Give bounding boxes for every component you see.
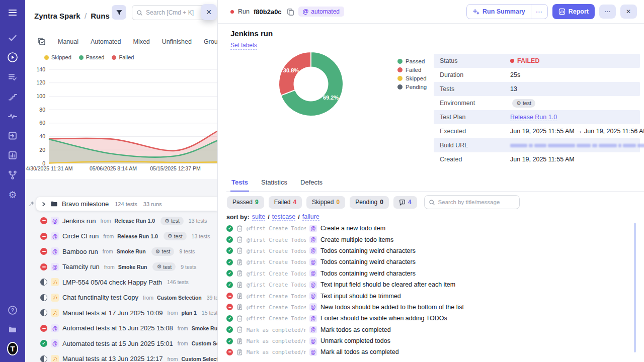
search-input[interactable] bbox=[146, 9, 202, 16]
tests-search[interactable] bbox=[424, 195, 520, 209]
menu-icon[interactable] bbox=[7, 7, 18, 18]
run-row[interactable]: @Teamcity runfromSmoke Run⚙test9 tests bbox=[25, 259, 217, 275]
run-row[interactable]: @Circle CI runfromRelease Run 1.0⚙test13… bbox=[25, 229, 217, 244]
test-suite[interactable]: @first Create Todos... bbox=[247, 304, 306, 310]
check-icon[interactable] bbox=[7, 32, 18, 43]
failed-status-icon bbox=[226, 293, 233, 299]
run-row[interactable]: @Automated tests at 15 Jun 2025 15:01fro… bbox=[25, 336, 217, 351]
git-branch-icon[interactable] bbox=[7, 169, 18, 180]
test-title[interactable]: Text input should be trimmed bbox=[320, 293, 401, 300]
import-icon[interactable] bbox=[7, 130, 18, 141]
filter-pill-skipped[interactable]: Skipped0 bbox=[306, 196, 345, 209]
steps-icon[interactable] bbox=[7, 91, 18, 102]
test-row[interactable]: Mark as completed/n...@Mark todos as com… bbox=[226, 324, 632, 335]
test-row[interactable]: @first Create Todos...@Todos containing … bbox=[226, 256, 632, 267]
test-title[interactable]: Footer should be visible when adding TOD… bbox=[320, 315, 447, 322]
search-icon bbox=[136, 10, 143, 16]
test-suite[interactable]: @first Create Todos... bbox=[247, 293, 306, 299]
test-suite[interactable]: @first Create Todos... bbox=[247, 237, 306, 243]
test-title[interactable]: Create multiple todo items bbox=[320, 236, 393, 243]
test-title[interactable]: Create a new todo item bbox=[320, 225, 385, 232]
test-suite[interactable]: @first Create Todos... bbox=[247, 315, 306, 321]
test-title[interactable]: Todos containing weird characters bbox=[320, 247, 416, 254]
select-all-icon[interactable] bbox=[37, 37, 46, 46]
test-title[interactable]: Mark all todos as completed bbox=[320, 348, 399, 355]
filter-pill-comments[interactable]: 4 bbox=[393, 196, 417, 209]
run-row[interactable]: Chat functinality test CopyfromCustom Se… bbox=[25, 290, 217, 306]
test-row[interactable]: @first Create Todos...@Text input should… bbox=[226, 290, 632, 301]
group-runs-count: 33 runs bbox=[143, 201, 162, 207]
test-title[interactable]: Text input field should be cleared after… bbox=[320, 281, 455, 288]
folders-icon[interactable] bbox=[7, 324, 18, 335]
run-group-row[interactable]: Bravo milestone 124 tests 33 runs bbox=[36, 197, 217, 211]
filter-pill-passed[interactable]: Passed9 bbox=[227, 196, 264, 209]
close-detail-button[interactable]: ✕ bbox=[620, 5, 637, 19]
test-suite[interactable]: @first Create Todos... bbox=[247, 248, 306, 254]
tab-tests[interactable]: Tests bbox=[230, 176, 249, 192]
copy-icon[interactable] bbox=[287, 8, 294, 16]
report-button[interactable]: Report bbox=[552, 4, 595, 19]
test-suite[interactable]: Mark as completed/n... bbox=[247, 349, 306, 355]
runs-tab-mixed[interactable]: Mixed bbox=[133, 38, 149, 45]
test-suite[interactable]: @first Create Todos... bbox=[247, 225, 306, 231]
run-summary-more[interactable]: ⋯ bbox=[531, 5, 547, 19]
automated-badge[interactable]: @ automated bbox=[298, 7, 344, 17]
run-row[interactable]: @Jenkins runfromRelease Run 1.0⚙test13 t… bbox=[25, 213, 217, 229]
chevron-right-icon[interactable] bbox=[41, 202, 46, 207]
play-circle-icon[interactable] bbox=[7, 52, 18, 63]
panel-close-button[interactable]: ✕ bbox=[201, 4, 217, 20]
test-suite[interactable]: Mark as completed/n... bbox=[247, 338, 306, 344]
tests-search-input[interactable] bbox=[438, 199, 515, 205]
test-suite[interactable]: Mark as completed/n... bbox=[247, 327, 306, 333]
more-actions-button[interactable]: ⋯ bbox=[599, 5, 616, 19]
tests-scrollbar[interactable] bbox=[634, 223, 636, 352]
test-title[interactable]: Mark todos as completed bbox=[320, 326, 391, 333]
gear-icon[interactable]: ⚙ bbox=[7, 189, 18, 200]
test-row[interactable]: Mark as completed/n...@Mark all todos as… bbox=[226, 346, 632, 357]
filter-pill-pending[interactable]: Pending0 bbox=[350, 196, 389, 209]
test-title[interactable]: Todos containing weird characters bbox=[320, 258, 416, 265]
global-search[interactable] bbox=[132, 5, 206, 20]
test-suite[interactable]: @first Create Todos... bbox=[247, 259, 306, 265]
sort-link-failure[interactable]: failure bbox=[302, 213, 319, 221]
test-suite[interactable]: @first Create Todos... bbox=[247, 270, 306, 277]
runs-tab-manual[interactable]: Manual bbox=[58, 38, 78, 45]
sort-link-suite[interactable]: suite bbox=[252, 213, 265, 221]
test-row[interactable]: @first Create Todos...@Create a new todo… bbox=[226, 223, 632, 234]
run-row[interactable]: Manual tests at 17 Jun 2025 10:09frompla… bbox=[25, 305, 217, 321]
runs-tab-groups[interactable]: Groups bbox=[204, 38, 218, 45]
test-row[interactable]: @first Create Todos...@New todos should … bbox=[226, 302, 632, 313]
donut-legend-failed: Failed bbox=[397, 67, 427, 73]
run-row[interactable]: LMP-554 05/04 check Happy Path146 tests bbox=[25, 275, 217, 290]
test-row[interactable]: @first Create Todos...@Todos containing … bbox=[226, 268, 632, 279]
run-row[interactable]: @Bamboo runfromSmoke Run⚙test9 tests bbox=[25, 244, 217, 259]
tab-defects[interactable]: Defects bbox=[299, 176, 324, 191]
test-row[interactable]: @first Create Todos...@Text input field … bbox=[226, 279, 632, 290]
test-row[interactable]: @first Create Todos...@Footer should be … bbox=[226, 313, 632, 324]
bar-chart-icon[interactable] bbox=[7, 150, 18, 161]
project-name[interactable]: Zyntra Spark bbox=[34, 12, 80, 20]
runs-tab-automated[interactable]: Automated bbox=[91, 38, 121, 45]
test-title[interactable]: New todos should be added to the bottom … bbox=[320, 304, 464, 311]
tab-statistics[interactable]: Statistics bbox=[260, 176, 288, 191]
failed-status-icon bbox=[226, 349, 233, 355]
run-row[interactable]: Manual tests at 13 Jun 2025 12:17fromCus… bbox=[25, 351, 217, 362]
test-row[interactable]: @first Create Todos...@Todos containing … bbox=[226, 245, 632, 256]
test-plan-link[interactable]: Release Run 1.0 bbox=[510, 114, 557, 121]
test-title[interactable]: Todos containing weird characters bbox=[320, 270, 416, 277]
sort-link-testcase[interactable]: testcase bbox=[272, 213, 296, 221]
test-row[interactable]: @first Create Todos...@Create multiple t… bbox=[226, 234, 632, 245]
activity-icon[interactable] bbox=[7, 111, 18, 122]
logo-icon[interactable]: T bbox=[7, 343, 18, 354]
test-title[interactable]: Unmark completed todos bbox=[320, 337, 390, 344]
test-row[interactable]: Mark as completed/n...@Unmark completed … bbox=[226, 335, 632, 346]
set-labels-link[interactable]: Set labels bbox=[230, 42, 257, 50]
list-check-icon[interactable] bbox=[7, 71, 18, 82]
filter-pill-failed[interactable]: Failed4 bbox=[269, 196, 302, 209]
runs-tab-unfinished[interactable]: Unfinished bbox=[162, 38, 192, 45]
help-icon[interactable]: ? bbox=[7, 305, 18, 316]
run-row[interactable]: @Automated tests at 15 Jun 2025 15:08fro… bbox=[25, 321, 217, 336]
run-summary-button[interactable]: Run Summary ⋯ bbox=[466, 4, 548, 19]
filter-button[interactable] bbox=[112, 5, 126, 20]
test-suite[interactable]: @first Create Todos... bbox=[247, 282, 306, 288]
